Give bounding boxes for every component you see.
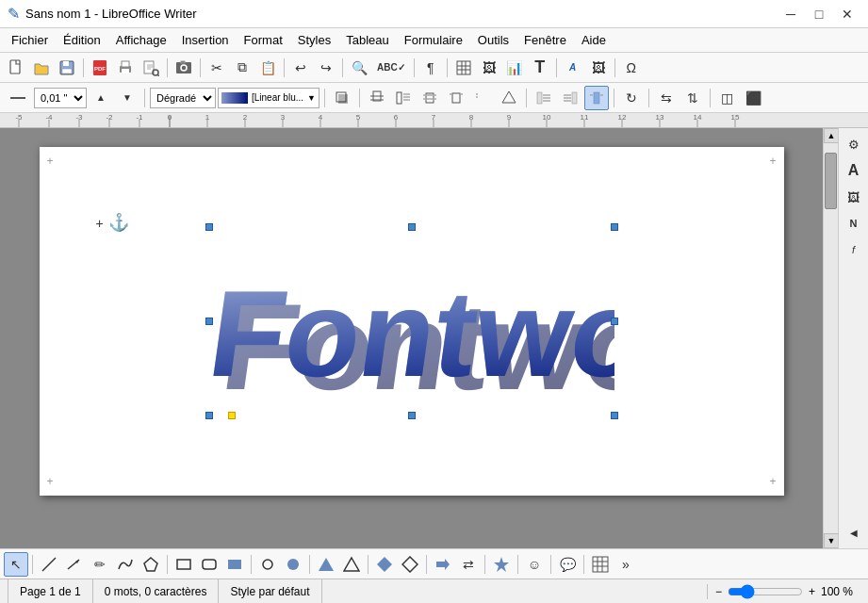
handle-br[interactable] [611,412,618,419]
handle-tl[interactable] [205,223,213,231]
scroll-thumb[interactable] [825,153,837,209]
redo-button[interactable]: ↪ [314,56,338,80]
handle-tc[interactable] [408,223,416,231]
handle-yellow[interactable] [228,412,236,419]
menu-outils[interactable]: Outils [470,30,516,51]
menu-formulaire[interactable]: Formulaire [397,30,470,51]
draw-line-btn[interactable] [37,552,61,577]
flip-h-btn[interactable]: ⇆ [654,86,679,110]
open-button[interactable] [29,56,54,80]
cut-button[interactable]: ✂ [205,56,229,80]
line-style-btn[interactable] [4,86,32,110]
maximize-button[interactable]: □ [806,5,832,24]
draw-callout-btn[interactable]: 💬 [555,552,580,577]
minimize-button[interactable]: ─ [778,5,804,24]
line-width-down[interactable]: ▼ [115,86,139,110]
draw-rect-round-btn[interactable] [197,552,221,577]
scroll-up-btn[interactable]: ▲ [824,128,839,143]
close-button[interactable]: ✕ [834,5,860,24]
fill-type-select[interactable]: Dégradé [150,88,216,108]
wrap-parallel-btn[interactable] [444,86,468,110]
front-btn[interactable]: ⬛ [742,86,766,110]
zoom-in-btn[interactable]: + [809,585,815,598]
menu-aide[interactable]: Aide [574,30,614,51]
find-button[interactable]: 🔍 [347,56,371,80]
draw-triangle2-btn[interactable] [339,552,364,577]
vertical-scrollbar[interactable]: ▲ ▼ [823,128,838,548]
wrap-through-btn[interactable] [418,86,442,110]
pdf-button[interactable]: PDF [88,56,112,80]
handle-mr[interactable] [611,318,618,325]
sidebar-expand-btn[interactable]: ◀ [842,520,866,545]
undo-button[interactable]: ↩ [288,56,313,80]
scroll-down-btn[interactable]: ▼ [824,533,839,548]
shadow-btn[interactable] [330,86,354,110]
table-button[interactable] [451,56,476,80]
draw-rect-outline-btn[interactable] [172,552,196,577]
draw-smiley-btn[interactable]: ☺ [522,552,547,577]
spellcheck-button[interactable]: ABC✓ [372,56,410,80]
menu-affichage[interactable]: Affichage [108,30,174,51]
sidebar-functions-btn[interactable]: f [842,237,866,262]
handle-bc[interactable] [408,412,416,419]
draw-diamond2-btn[interactable] [398,552,422,577]
draw-rect-fill-btn[interactable] [222,552,247,577]
fill-color-preview[interactable]: [Linear blu... ▼ [218,88,319,108]
handle-ml[interactable] [205,318,213,325]
fontwork-object[interactable]: Fontwork Fontwork Fontwork [209,227,614,416]
draw-arrow-btn[interactable] [62,552,87,577]
3d-btn[interactable]: ◫ [715,86,740,110]
menu-insertion[interactable]: Insertion [174,30,237,51]
print-button[interactable] [113,56,138,80]
draw-curve-btn[interactable] [113,552,138,577]
special-char-button[interactable]: Ω [619,56,644,80]
no-wrap-btn[interactable] [365,86,389,110]
wrap-page-btn[interactable] [391,86,416,110]
flip-v-btn[interactable]: ⇅ [680,86,705,110]
sidebar-styles-btn[interactable]: A [842,158,866,183]
menu-fichier[interactable]: Fichier [4,30,56,51]
align-right-btn[interactable] [558,86,582,110]
draw-select-btn[interactable]: ↖ [4,552,28,577]
formatting-marks-button[interactable]: ¶ [418,56,443,80]
draw-diamond-btn[interactable] [372,552,397,577]
draw-freehand-btn[interactable]: ✏ [88,552,112,577]
draw-circle-btn[interactable] [281,552,305,577]
save-button[interactable] [55,56,79,80]
image-button[interactable]: 🖼 [477,56,501,80]
textbox-button[interactable]: T [528,56,552,80]
wrap-contour-btn[interactable] [470,86,495,110]
handle-bl[interactable] [205,412,213,419]
paste-button[interactable]: 📋 [255,56,280,80]
menu-styles[interactable]: Styles [290,30,338,51]
preview-button[interactable] [139,56,163,80]
menu-format[interactable]: Format [237,30,290,51]
sidebar-properties-btn[interactable]: ⚙ [842,132,866,156]
gallery-button[interactable]: 🖼 [586,56,611,80]
line-width-select[interactable]: 0,01 " [34,88,87,108]
align-center-btn[interactable] [584,86,609,110]
scroll-track[interactable] [824,143,838,533]
draw-triangle-btn[interactable] [314,552,338,577]
menu-fenetre[interactable]: Fenêtre [516,30,574,51]
wrap-edit-btn[interactable] [497,86,521,110]
menu-edition[interactable]: Édition [56,30,108,51]
zoom-out-btn[interactable]: − [715,585,722,598]
fontwork-button[interactable]: A [561,56,585,80]
draw-block-arrow-btn[interactable] [431,552,455,577]
align-left-btn[interactable] [532,86,556,110]
draw-more-btn[interactable]: » [614,552,638,577]
canvas-area[interactable]: + + + + + ⚓ [0,128,823,548]
copy-button[interactable]: ⧉ [230,56,254,80]
rotate-btn[interactable]: ↻ [619,86,644,110]
screenshot-button[interactable] [172,56,196,80]
handle-tr[interactable] [611,223,618,231]
line-width-up[interactable]: ▲ [89,86,113,110]
sidebar-navigator-btn[interactable]: N [842,211,866,236]
draw-ellipse-btn[interactable] [255,552,280,577]
draw-double-arrow-btn[interactable]: ⇄ [456,552,481,577]
zoom-slider[interactable] [728,584,803,599]
chart-button[interactable]: 📊 [502,56,527,80]
menu-tableau[interactable]: Tableau [338,30,397,51]
draw-star-btn[interactable] [489,552,514,577]
